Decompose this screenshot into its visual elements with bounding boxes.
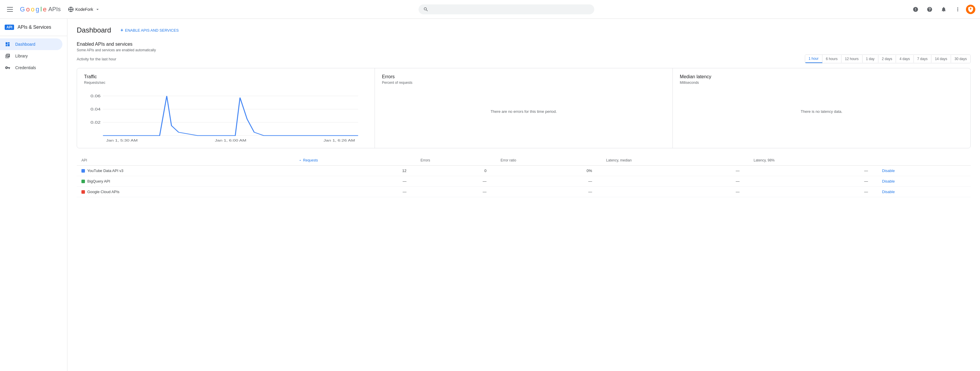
- requests-cell-2: —: [294, 187, 416, 197]
- latency-chart-panel: Median latency Milliseconds There is no …: [673, 68, 970, 148]
- error-ratio-cell-2: —: [496, 187, 601, 197]
- project-selector[interactable]: KodeFork: [65, 5, 103, 14]
- dashboard-icon: [5, 41, 11, 47]
- menu-button[interactable]: [5, 5, 15, 14]
- time-filter-30d[interactable]: 30 days: [951, 55, 970, 63]
- sidebar-item-credentials[interactable]: Credentials: [0, 62, 62, 73]
- action-cell-1[interactable]: Disable: [878, 176, 970, 187]
- latency-subtitle: Milliseconds: [680, 81, 963, 85]
- time-filter-7d[interactable]: 7 days: [914, 55, 931, 63]
- main-content: Dashboard + ENABLE APIS AND SERVICES Ena…: [67, 19, 980, 204]
- credentials-icon: [5, 65, 11, 71]
- api-name-0: YouTube Data API v3: [87, 169, 123, 173]
- sidebar-item-library-label: Library: [15, 54, 28, 58]
- errors-chart-panel: Errors Percent of requests There are no …: [375, 68, 673, 148]
- svg-text:0.04: 0.04: [91, 107, 101, 111]
- latency-median-cell-0: —: [601, 166, 749, 176]
- api-name-2: Google Cloud APIs: [87, 189, 119, 194]
- action-cell-2[interactable]: Disable: [878, 187, 970, 197]
- col-latency-median: Latency, median: [601, 155, 749, 166]
- time-filter-1d[interactable]: 1 day: [862, 55, 878, 63]
- requests-sort[interactable]: Requests: [299, 158, 411, 162]
- avatar-icon: [967, 6, 974, 13]
- alert-icon-btn[interactable]: [910, 3, 921, 15]
- time-filter-6h[interactable]: 6 hours: [822, 55, 842, 63]
- disable-link-1[interactable]: Disable: [882, 179, 895, 183]
- avatar[interactable]: [966, 5, 975, 14]
- errors-cell-1: —: [416, 176, 496, 187]
- alert-icon: [913, 6, 918, 12]
- svg-text:0.02: 0.02: [91, 121, 101, 124]
- api-color-dot-0: [81, 169, 85, 173]
- sidebar-header: API APIs & Services: [0, 21, 67, 33]
- sort-icon: [299, 159, 302, 162]
- action-cell-0[interactable]: Disable: [878, 166, 970, 176]
- api-name-cell-1: BigQuery API: [77, 176, 294, 187]
- errors-empty-msg: There are no errors for this time period…: [382, 89, 665, 133]
- col-action: [878, 155, 970, 166]
- nav-right: [910, 3, 975, 15]
- col-error-ratio: Error ratio: [496, 155, 601, 166]
- section-subtitle: Some APIs and services are enabled autom…: [77, 48, 970, 52]
- notifications-icon-btn[interactable]: [938, 3, 950, 15]
- traffic-y-label: Requests/sec: [84, 81, 368, 85]
- api-table: API Requests Errors Error ratio Latency,…: [77, 155, 970, 197]
- errors-subtitle: Percent of requests: [382, 81, 665, 85]
- section-title: Enabled APIs and services: [77, 41, 970, 47]
- enable-apis-button[interactable]: + ENABLE APIS AND SERVICES: [117, 26, 182, 35]
- search-box[interactable]: [418, 5, 594, 14]
- sidebar-item-library[interactable]: Library: [0, 50, 62, 62]
- search-icon: [423, 7, 428, 12]
- sidebar: API APIs & Services Dashboard Library Cr…: [0, 19, 67, 204]
- time-filters: 1 hour 6 hours 12 hours 1 day 2 days 4 d…: [805, 54, 970, 63]
- svg-text:Jan 1, 6:26 AM: Jan 1, 6:26 AM: [323, 139, 355, 142]
- api-name-cell-0: YouTube Data API v3: [77, 166, 294, 176]
- activity-header: Activity for the last hour 1 hour 6 hour…: [77, 54, 970, 63]
- search-container: [103, 5, 910, 14]
- time-filter-1h[interactable]: 1 hour: [805, 55, 822, 63]
- time-filter-2d[interactable]: 2 days: [878, 55, 896, 63]
- api-badge: API: [5, 25, 14, 30]
- project-name: KodeFork: [75, 7, 93, 12]
- requests-cell-0: 12: [294, 166, 416, 176]
- page-title: Dashboard: [77, 26, 111, 34]
- charts-row: Traffic Requests/sec 0.06 0.04 0.02: [77, 68, 970, 148]
- traffic-chart-area: 0.06 0.04 0.02 Jan 1, 5:30 AM Jan 1, 6:0…: [84, 89, 368, 142]
- disable-link-0[interactable]: Disable: [882, 169, 895, 173]
- svg-text:0.06: 0.06: [91, 94, 101, 98]
- col-requests[interactable]: Requests: [294, 155, 416, 166]
- more-icon: [955, 6, 961, 12]
- bell-icon: [941, 6, 947, 12]
- time-filter-12h[interactable]: 12 hours: [842, 55, 862, 63]
- error-ratio-cell-1: —: [496, 176, 601, 187]
- sidebar-item-dashboard[interactable]: Dashboard: [0, 38, 62, 50]
- project-icon: [68, 7, 73, 12]
- google-logo: Google APIs: [20, 6, 60, 13]
- more-icon-btn[interactable]: [952, 3, 964, 15]
- errors-cell-2: —: [416, 187, 496, 197]
- api-name-cell-2: Google Cloud APIs: [77, 187, 294, 197]
- help-icon: [927, 6, 932, 12]
- traffic-chart-svg: 0.06 0.04 0.02 Jan 1, 5:30 AM Jan 1, 6:0…: [84, 89, 368, 142]
- help-icon-btn[interactable]: [924, 3, 935, 15]
- sidebar-item-dashboard-label: Dashboard: [15, 42, 35, 46]
- svg-text:Jan 1, 5:30 AM: Jan 1, 5:30 AM: [106, 139, 138, 142]
- api-name-1: BigQuery API: [87, 179, 110, 183]
- library-icon: [5, 53, 11, 59]
- time-filter-4d[interactable]: 4 days: [896, 55, 913, 63]
- time-filter-14d[interactable]: 14 days: [931, 55, 951, 63]
- latency-empty-msg: There is no latency data.: [680, 89, 963, 133]
- latency-98-cell-1: —: [749, 176, 878, 187]
- latency-median-cell-2: —: [601, 187, 749, 197]
- table-row: Google Cloud APIs — — — — — Disable: [77, 187, 970, 197]
- disable-link-2[interactable]: Disable: [882, 189, 895, 194]
- sidebar-item-credentials-label: Credentials: [15, 65, 36, 70]
- plus-icon: +: [120, 27, 123, 33]
- requests-cell-1: —: [294, 176, 416, 187]
- api-color-dot-1: [81, 180, 85, 183]
- svg-text:Jan 1, 6:00 AM: Jan 1, 6:00 AM: [215, 139, 246, 142]
- col-api: API: [77, 155, 294, 166]
- traffic-chart-title: Traffic: [84, 74, 368, 80]
- col-errors: Errors: [416, 155, 496, 166]
- errors-chart-title: Errors: [382, 74, 665, 80]
